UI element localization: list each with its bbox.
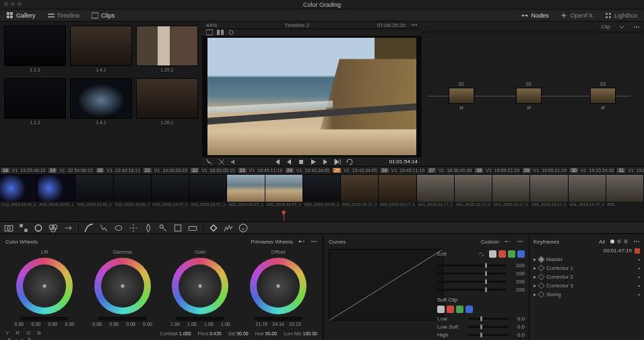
last-frame-button[interactable] — [333, 158, 342, 166]
clip-header[interactable]: 25V119:42:24:05 — [331, 167, 379, 174]
clip-thumb[interactable] — [265, 175, 303, 202]
chevron-right-icon[interactable]: ▸ — [534, 274, 536, 280]
clip-thumb[interactable] — [38, 175, 75, 202]
clip-header[interactable]: 19V122:54:08:13 — [47, 167, 94, 174]
color-node[interactable]: 03sf — [590, 88, 616, 104]
rgb-mixer-icon[interactable] — [49, 223, 58, 233]
clip-thumb[interactable] — [0, 175, 38, 202]
clip-thumb[interactable] — [606, 175, 644, 202]
clip-header[interactable]: 27V118:36:45:08 — [426, 167, 474, 174]
wheel-readout[interactable]: 0.000.000.000.00 — [84, 322, 162, 327]
curves-mode-dots-icon[interactable] — [505, 238, 511, 245]
wheel-readout[interactable]: 21.7824.1622.23 — [239, 322, 317, 327]
curves-mode[interactable]: Custom — [480, 239, 499, 245]
color-wheel[interactable] — [172, 258, 228, 314]
master-slider[interactable] — [176, 317, 224, 320]
scopes-icon[interactable] — [224, 223, 233, 233]
stereo-3d-icon[interactable] — [188, 223, 197, 233]
clip-thumb[interactable] — [417, 175, 455, 202]
curves-options-icon[interactable] — [517, 238, 523, 245]
softclip-swatch[interactable] — [465, 306, 473, 313]
channel-swatch[interactable] — [498, 250, 506, 258]
chevron-right-icon[interactable]: ▸ — [534, 283, 536, 289]
split-view-icon[interactable] — [217, 29, 224, 36]
softclip-high[interactable]: High0.0 — [437, 332, 525, 338]
clip-header[interactable]: 29V119:09:21:19 — [521, 167, 569, 174]
intensity-row[interactable]: 100 — [437, 279, 525, 285]
kf-diamond-icon[interactable] — [538, 256, 545, 263]
channel-swatch[interactable] — [489, 250, 496, 258]
link-icon[interactable] — [478, 251, 485, 258]
intensity-row[interactable]: 100 — [437, 271, 525, 277]
clip-thumb[interactable] — [114, 175, 152, 202]
color-match-icon[interactable] — [19, 223, 28, 233]
openfx-toggle[interactable]: OpenFX — [558, 11, 595, 20]
softclip-swatches[interactable] — [437, 306, 525, 313]
wheels-mode[interactable]: Primaries Wheels — [251, 239, 293, 245]
kf-diamond-icon[interactable] — [538, 283, 545, 289]
chevron-right-icon[interactable]: ▸ — [534, 291, 536, 298]
wheel-readout[interactable]: 1.001.001.001.00 — [162, 322, 240, 327]
clip-header[interactable]: 24V119:42:24:05 — [284, 167, 331, 174]
softclip-low[interactable]: Low0.0 — [437, 316, 525, 322]
clip-thumb[interactable] — [227, 175, 265, 202]
sizing-icon[interactable] — [173, 223, 183, 233]
channel-swatch[interactable] — [508, 250, 515, 258]
clip-header[interactable]: 23V119:45:11:19 — [237, 167, 284, 174]
clip-header[interactable]: 26V119:45:11:19 — [379, 167, 426, 174]
timeline-toggle[interactable]: Timeline — [45, 11, 83, 20]
clip-thumb[interactable] — [492, 175, 530, 202]
chevron-down-icon[interactable] — [618, 24, 625, 30]
next-frame-button[interactable] — [321, 158, 329, 166]
intensity-row[interactable]: 100 — [437, 287, 525, 293]
gallery-toggle[interactable]: Gallery — [4, 11, 38, 20]
softclip-swatch[interactable] — [456, 306, 463, 313]
curves-icon[interactable] — [84, 223, 94, 233]
still-thumb[interactable]: 1.4.1 — [70, 78, 132, 119]
kf-row[interactable]: ▸ Sizing • — [534, 290, 640, 299]
kf-options-icon[interactable] — [633, 238, 640, 245]
wheels-options-icon[interactable] — [311, 238, 317, 245]
color-wheel[interactable] — [94, 258, 151, 314]
prev-frame-button[interactable] — [285, 158, 293, 166]
loop-button[interactable] — [346, 158, 354, 166]
clip-thumb[interactable] — [189, 175, 227, 202]
image-wipe-icon[interactable] — [206, 29, 213, 36]
kf-row[interactable]: ▸ Master • — [534, 255, 640, 264]
lightbox-toggle[interactable]: Lightbox — [602, 11, 640, 20]
blur-icon[interactable] — [143, 223, 153, 233]
qualifier-picker-icon[interactable] — [206, 159, 213, 165]
play-button[interactable] — [309, 158, 317, 166]
camera-raw-icon[interactable] — [4, 223, 13, 233]
intensity-row[interactable]: 100 — [437, 262, 525, 268]
clip-header[interactable]: 31V119:09:21:19 — [616, 167, 644, 174]
traffic-lights[interactable] — [4, 2, 22, 6]
first-frame-button[interactable] — [273, 158, 281, 166]
channel-swatch[interactable] — [517, 250, 525, 258]
adjust-sat[interactable]: Sat50.00 — [228, 331, 249, 336]
viewer-timeline-name[interactable]: Timeline 2 — [285, 22, 310, 28]
clip-header[interactable]: 20V122:42:18:11 — [95, 167, 142, 174]
color-wheel[interactable] — [250, 258, 307, 314]
viewer-canvas[interactable] — [202, 36, 422, 157]
clip-thumb[interactable] — [341, 175, 379, 202]
chevron-right-icon[interactable]: ▸ — [534, 265, 536, 271]
still-thumb[interactable]: 1.1.1 — [4, 26, 66, 66]
clip-strip-thumbs[interactable] — [0, 175, 644, 202]
softclip-swatch[interactable] — [447, 306, 454, 313]
clip-header[interactable]: 28V119:09:21:19 — [474, 167, 521, 174]
adjust-contrast[interactable]: Contrast1.000 — [160, 331, 191, 336]
highlight-icon[interactable] — [228, 29, 234, 36]
tracker-icon[interactable] — [129, 223, 138, 233]
node-mode[interactable]: Clip — [601, 24, 610, 30]
still-thumb[interactable]: 1.4.1 — [70, 26, 132, 66]
clip-thumb[interactable] — [75, 175, 113, 202]
kf-row[interactable]: ▸ Corrector 1 • — [534, 264, 640, 273]
clips-toggle[interactable]: Clips — [89, 11, 117, 20]
qualifier-icon[interactable] — [99, 223, 108, 233]
nodes-toggle[interactable]: Nodes — [519, 11, 551, 20]
clip-thumb[interactable] — [379, 175, 416, 202]
wheels-icon[interactable] — [34, 223, 43, 233]
clip-thumb[interactable] — [530, 175, 568, 202]
kf-diamond-icon[interactable] — [538, 291, 545, 298]
